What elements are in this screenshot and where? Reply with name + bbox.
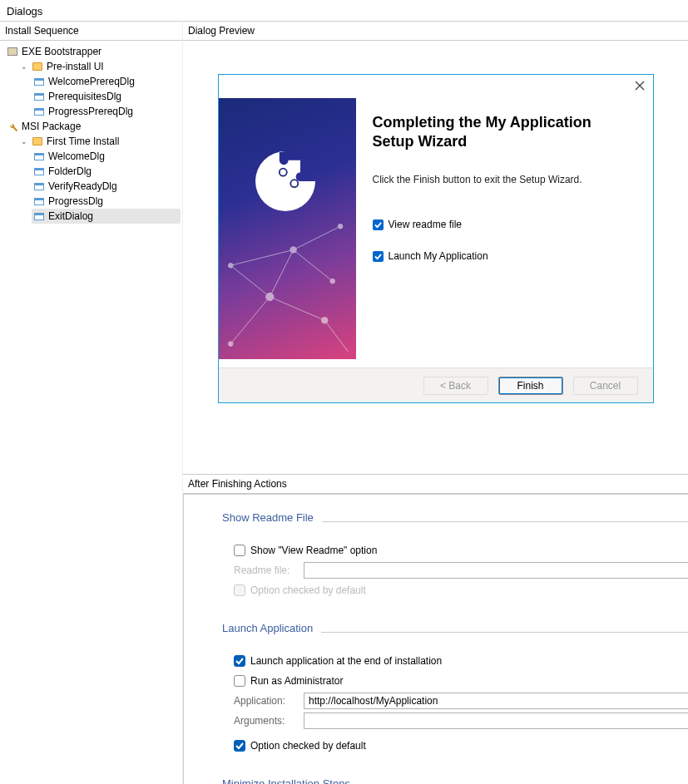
show-readme-option-row[interactable]: Show "View Readme" option	[234, 542, 688, 559]
arguments-input[interactable]	[304, 713, 688, 729]
svg-point-16	[329, 279, 334, 284]
svg-line-8	[230, 265, 270, 297]
tree-label: ExitDialog	[48, 209, 93, 224]
wizard-body-text: Click the Finish button to exit the Setu…	[373, 174, 636, 185]
tree-label: EXE Bootstrapper	[22, 44, 101, 59]
readme-file-row: Readme file:	[234, 562, 688, 579]
chevron-down-icon[interactable]: ⌄	[20, 137, 28, 145]
application-label: Application:	[234, 695, 299, 707]
tree-label: ProgressDlg	[48, 194, 103, 209]
show-readme-group: Show Readme File Show "View Readme" opti…	[222, 511, 688, 599]
option-label: Run as Administrator	[250, 675, 343, 687]
wizard-check-label: Launch My Application	[389, 250, 488, 262]
svg-line-7	[324, 320, 348, 352]
wrench-icon	[7, 121, 18, 132]
tree-label: WelcomePrereqDlg	[48, 74, 135, 89]
wizard-window: Completing the My Application Setup Wiza…	[218, 74, 654, 403]
preview-body: Completing the My Application Setup Wiza…	[183, 41, 688, 474]
svg-point-10	[265, 293, 273, 300]
checkbox-disabled-icon	[234, 584, 245, 596]
wizard-check-launch[interactable]: Launch My Application	[373, 250, 636, 262]
dialog-icon	[33, 106, 45, 117]
wizard-content: Completing the My Application Setup Wiza…	[356, 75, 653, 367]
tree-pre-install-ui[interactable]: ⌄ Pre-install UI	[18, 59, 181, 74]
run-as-admin-row[interactable]: Run as Administrator	[234, 673, 688, 689]
checkbox-checked-icon	[373, 219, 384, 230]
svg-line-6	[293, 249, 332, 281]
tree-progress-dlg[interactable]: ProgressDlg	[32, 194, 181, 209]
tree-label: Pre-install UI	[47, 59, 104, 74]
launch-default-row[interactable]: Option checked by default	[234, 737, 688, 754]
dialog-preview-header: Dialog Preview	[183, 22, 688, 41]
cancel-button[interactable]: Cancel	[573, 377, 638, 395]
main-layout: Install Sequence EXE Bootstrapper ⌄ Pre-…	[0, 21, 688, 784]
tree-exit-dialog[interactable]: ExitDialog	[32, 209, 181, 224]
application-row: Application:	[234, 693, 688, 709]
tree-label: ProgressPrereqDlg	[48, 104, 133, 119]
tree-msi-package[interactable]: MSI Package	[5, 119, 181, 134]
install-sequence-tree[interactable]: EXE Bootstrapper ⌄ Pre-install UI Welcom…	[0, 41, 182, 227]
svg-point-14	[338, 224, 343, 229]
finish-button[interactable]: Finish	[498, 377, 563, 395]
group-title: Launch Application	[222, 622, 313, 634]
install-sequence-header: Install Sequence	[0, 22, 182, 41]
tree-welcome-dlg[interactable]: WelcomeDlg	[32, 149, 181, 164]
svg-point-11	[290, 246, 296, 253]
readme-default-row: Option checked by default	[234, 582, 688, 599]
svg-point-12	[321, 317, 328, 323]
chevron-down-icon[interactable]: ⌄	[20, 62, 28, 71]
checkbox-checked-icon[interactable]	[234, 740, 245, 752]
tree-label: MSI Package	[22, 119, 81, 134]
dialog-icon	[33, 165, 45, 177]
tree-progress-prereq-dlg[interactable]: ProgressPrereqDlg	[32, 104, 181, 119]
tree-label: FolderDlg	[48, 164, 92, 179]
after-finishing-header: After Finishing Actions	[183, 475, 688, 494]
checkbox-unchecked-icon[interactable]	[234, 545, 245, 556]
readme-file-label: Readme file:	[234, 565, 299, 576]
checkbox-checked-icon[interactable]	[234, 655, 245, 667]
tree-exe-bootstrapper[interactable]: EXE Bootstrapper	[5, 44, 181, 59]
divider	[321, 632, 688, 633]
launch-application-group: Launch Application Launch application at…	[222, 622, 688, 754]
dialog-icon	[33, 180, 45, 192]
minimize-steps-group: Minimize Installation Steps Run finish a…	[222, 777, 688, 784]
arguments-row: Arguments:	[234, 713, 688, 729]
dialog-icon	[33, 210, 45, 222]
arguments-label: Arguments:	[234, 715, 299, 727]
folder-icon	[32, 136, 43, 147]
tree-welcome-prereq-dlg[interactable]: WelcomePrereqDlg	[32, 74, 181, 89]
right-column: Dialog Preview	[183, 21, 688, 784]
option-label: Option checked by default	[250, 584, 366, 596]
dialog-preview-panel: Dialog Preview	[183, 21, 688, 474]
tree-label: PrerequisitesDlg	[48, 89, 121, 104]
checkbox-checked-icon	[373, 251, 384, 262]
tree-folder-dlg[interactable]: FolderDlg	[32, 164, 181, 179]
svg-line-9	[230, 249, 293, 265]
after-finishing-panel: After Finishing Actions Show Readme File…	[183, 474, 688, 784]
svg-point-15	[228, 263, 233, 268]
group-title: Minimize Installation Steps	[222, 777, 350, 784]
tree-verify-ready-dlg[interactable]: VerifyReadyDlg	[32, 179, 181, 194]
tree-first-time-install[interactable]: ⌄ First Time Install	[18, 134, 181, 149]
tree-label: VerifyReadyDlg	[48, 179, 117, 194]
dialog-icon	[33, 195, 45, 207]
option-label: Option checked by default	[250, 740, 366, 752]
tree-label: WelcomeDlg	[48, 149, 105, 164]
divider	[322, 521, 688, 522]
readme-file-input	[304, 562, 688, 579]
launch-app-option-row[interactable]: Launch application at the end of install…	[234, 653, 688, 669]
svg-line-2	[230, 297, 270, 344]
wizard-title: Completing the My Application Setup Wiza…	[373, 113, 636, 150]
group-title: Show Readme File	[222, 511, 314, 524]
svg-line-4	[270, 249, 293, 297]
dialog-icon	[33, 76, 45, 87]
svg-line-5	[293, 226, 340, 249]
wizard-check-readme[interactable]: View readme file	[373, 219, 636, 230]
wizard-footer: < Back Finish Cancel	[219, 367, 653, 402]
application-input[interactable]	[304, 693, 688, 709]
checkbox-unchecked-icon[interactable]	[234, 675, 245, 687]
close-icon[interactable]	[635, 80, 645, 93]
back-button[interactable]: < Back	[423, 377, 488, 395]
tree-prerequisites-dlg[interactable]: PrerequisitesDlg	[32, 89, 181, 104]
svg-line-3	[270, 297, 324, 320]
